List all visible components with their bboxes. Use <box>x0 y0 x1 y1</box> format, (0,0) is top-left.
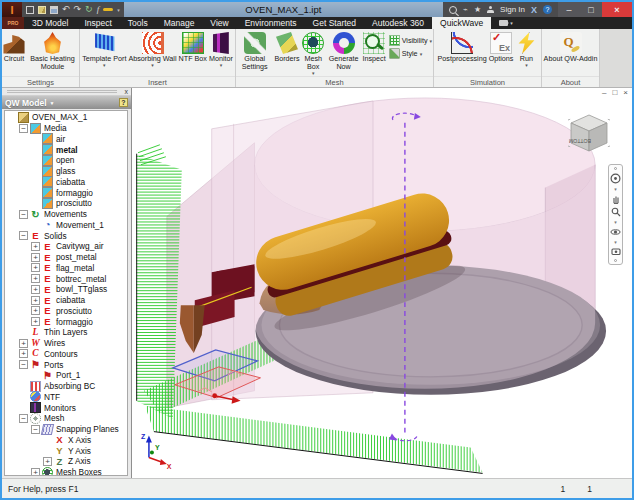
tree-item-metal[interactable]: metal <box>5 144 127 155</box>
qat-dropdown-icon[interactable]: ▾ <box>117 7 120 13</box>
dropdown-caret-icon[interactable]: ▾ <box>312 71 315 75</box>
tab-3d-model[interactable]: 3D Model <box>24 17 76 29</box>
ribbon-button-monitor[interactable]: Monitor▾ <box>208 31 234 68</box>
sign-in-button[interactable]: Sign In <box>500 5 525 14</box>
tree-item-port-1[interactable]: ⚑Port_1 <box>5 370 127 381</box>
dropdown-caret-icon[interactable]: ▾ <box>525 63 528 67</box>
tree-expander-icon[interactable]: + <box>31 253 40 262</box>
ribbon-button-circuit[interactable]: Circuit <box>2 31 26 64</box>
express-mode-icon[interactable] <box>499 20 508 26</box>
tree-item-movement-1[interactable]: ◔Movement_1 <box>5 220 127 231</box>
tree-item-bottrec-metal[interactable]: +Ebottrec_metal <box>5 273 127 284</box>
ribbon-small-button-style[interactable]: Style▾ <box>389 48 432 59</box>
tree-item-ciabatta[interactable]: ciabatta <box>5 177 127 188</box>
tree-expander-icon[interactable]: + <box>31 274 40 283</box>
browser-dropdown-icon[interactable]: ▼ <box>50 100 55 106</box>
dropdown-caret-icon[interactable]: ▾ <box>420 51 423 57</box>
tree-expander-icon[interactable]: + <box>19 339 28 348</box>
tree-item-x-axis[interactable]: XX Axis <box>5 435 127 446</box>
tree-expander-icon[interactable]: − <box>31 425 40 434</box>
tree-item-y-axis[interactable]: YY Axis <box>5 445 127 456</box>
ribbon-small-button-visibility[interactable]: Visibility▾ <box>389 35 432 46</box>
tree-item-prosciutto[interactable]: prosciutto <box>5 198 127 209</box>
open-file-icon[interactable] <box>38 6 46 14</box>
tab-view[interactable]: View <box>202 17 236 29</box>
tab-inspect[interactable]: Inspect <box>76 17 119 29</box>
dropdown-caret-icon[interactable]: ▾ <box>429 38 432 44</box>
tree-expander-icon[interactable]: − <box>19 414 28 423</box>
tools-icon[interactable]: ⌁ <box>463 6 468 14</box>
zoom-caret-icon[interactable]: ▾ <box>614 220 617 224</box>
panel-grip-bar[interactable]: x <box>2 88 131 96</box>
tree-expander-icon[interactable]: + <box>31 263 40 272</box>
tree-item-solids[interactable]: −ESolids <box>5 230 127 241</box>
ribbon-button-basic-heating-module[interactable]: Basic Heating Module <box>26 31 79 72</box>
browser-header[interactable]: QW Model ▼ ? <box>2 96 131 109</box>
orbit-caret-icon[interactable]: ▾ <box>614 240 617 244</box>
undo-icon[interactable]: ↶ <box>62 5 70 14</box>
tab-environments[interactable]: Environments <box>237 17 305 29</box>
tree-item-contours[interactable]: +CContours <box>5 349 127 360</box>
tree-expander-icon[interactable]: + <box>19 349 28 358</box>
tab-quickwave[interactable]: QuickWave <box>432 17 491 29</box>
tree-expander-icon[interactable]: − <box>19 210 28 219</box>
ribbon-button-run[interactable]: Run▾ <box>514 31 538 68</box>
tree-item-ports[interactable]: −⚑Ports <box>5 359 127 370</box>
tree-item-thin-layers[interactable]: LThin Layers <box>5 327 127 338</box>
look-at-icon[interactable] <box>611 247 621 256</box>
tree-item-media[interactable]: −Media <box>5 123 127 134</box>
tree-item-ciabatta[interactable]: +Eciabatta <box>5 295 127 306</box>
navbar-customize-icon[interactable] <box>614 259 617 262</box>
tab-manage[interactable]: Manage <box>156 17 203 29</box>
ribbon-button-global-settings[interactable]: Global Settings <box>236 31 273 72</box>
redo-icon[interactable]: ↷ <box>74 5 82 14</box>
tree-item-monitors[interactable]: Monitors <box>5 402 127 413</box>
tree-item-formaggio[interactable]: formaggio <box>5 187 127 198</box>
navbar-options-icon[interactable] <box>614 167 617 170</box>
help-icon[interactable]: ? <box>543 5 552 14</box>
star-icon[interactable]: ★ <box>474 6 481 14</box>
wheel-caret-icon[interactable]: ▾ <box>614 187 617 191</box>
tree-item-prosciutto[interactable]: +Eprosciutto <box>5 306 127 317</box>
tree-item-ntf[interactable]: NTF <box>5 392 127 403</box>
doc-minimize-icon[interactable]: – <box>602 89 606 97</box>
close-button[interactable]: × <box>602 2 632 17</box>
inventor-logo[interactable]: I <box>2 2 22 17</box>
tree-item-z-axis[interactable]: +ZZ Axis <box>5 456 127 467</box>
tree-expander-icon[interactable]: + <box>31 296 40 305</box>
search-icon[interactable] <box>449 6 457 14</box>
ribbon-button-options[interactable]: Options <box>488 31 515 64</box>
ribbon-button-inspect[interactable]: Inspect <box>361 31 386 64</box>
tree-item-formaggio[interactable]: +Eformaggio <box>5 316 127 327</box>
tree-item-mesh[interactable]: −Mesh <box>5 413 127 424</box>
tree-item-open[interactable]: open <box>5 155 127 166</box>
exchange-apps-icon[interactable]: X <box>531 5 537 15</box>
tree-expander-icon[interactable]: + <box>31 242 40 251</box>
tree-expander-icon[interactable]: + <box>31 468 40 476</box>
orbit-icon[interactable] <box>610 227 621 237</box>
tree-item-air[interactable]: air <box>5 134 127 145</box>
appearance-icon[interactable] <box>103 8 113 11</box>
tree-expander-icon[interactable]: − <box>19 360 28 369</box>
tree-expander-icon[interactable]: + <box>43 457 52 466</box>
ribbon-button-ntf-box[interactable]: NTF Box <box>178 31 208 64</box>
ribbon-button-mesh-box[interactable]: Mesh Box▾ <box>301 31 326 76</box>
save-icon[interactable] <box>50 6 58 14</box>
tree-item-glass[interactable]: glass <box>5 166 127 177</box>
parameters-fx-icon[interactable]: f <box>97 5 100 14</box>
tree-item-movements[interactable]: −↻Movements <box>5 209 127 220</box>
doc-close-icon[interactable]: × <box>623 89 628 97</box>
dropdown-caret-icon[interactable]: ▾ <box>220 63 223 67</box>
tree-expander-icon[interactable]: − <box>19 231 28 240</box>
tab-get-started[interactable]: Get Started <box>305 17 364 29</box>
tree-item-post-metal[interactable]: +Epost_metal <box>5 252 127 263</box>
zoom-icon[interactable] <box>611 207 621 217</box>
tree-expander-icon[interactable]: + <box>31 306 40 315</box>
maximize-button[interactable]: □ <box>580 2 602 17</box>
tab-tools[interactable]: Tools <box>120 17 156 29</box>
ribbon-button-postprocessing[interactable]: Postprocessing <box>437 31 488 64</box>
ribbon-button-about-qw-addin[interactable]: About QW-Addin <box>543 31 599 64</box>
viewcube[interactable]: BOTTOM <box>566 110 612 154</box>
tree-expander-icon[interactable]: − <box>19 124 28 133</box>
tree-item-snapping-planes[interactable]: −Snapping Planes <box>5 424 127 435</box>
